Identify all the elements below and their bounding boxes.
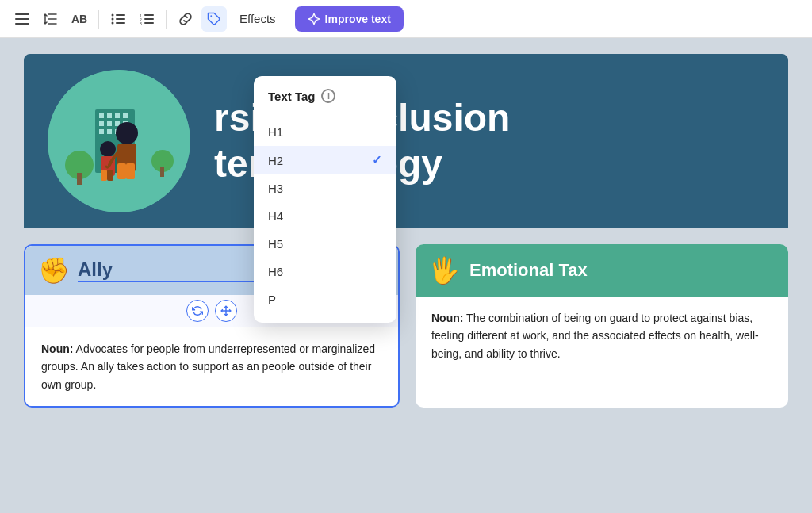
svg-rect-21 (115, 113, 120, 118)
svg-text:3.: 3. (140, 21, 143, 25)
svg-rect-43 (107, 170, 113, 181)
divider-1 (98, 10, 99, 29)
line-spacing-icon[interactable] (38, 6, 63, 32)
svg-rect-35 (160, 167, 164, 177)
slide-container: rsity & Inclusion terminiology ✊ (24, 54, 788, 497)
svg-rect-15 (144, 22, 154, 24)
effects-button[interactable]: Effects (230, 7, 285, 30)
info-icon[interactable]: i (321, 89, 335, 103)
emotional-tax-icon: 🖐 (428, 255, 460, 285)
link-icon[interactable] (173, 6, 198, 32)
svg-rect-38 (117, 163, 126, 179)
header-slide: rsity & Inclusion terminiology (24, 54, 788, 228)
svg-rect-2 (15, 23, 29, 25)
svg-rect-7 (116, 14, 125, 16)
emotional-tax-body-label: Noun: (431, 312, 463, 324)
ordered-list-icon[interactable]: 1. 2. 3. (134, 6, 159, 32)
svg-rect-0 (15, 13, 29, 15)
dropdown-item-h5[interactable]: H5 (254, 230, 396, 258)
svg-rect-14 (144, 18, 154, 20)
svg-rect-8 (116, 18, 125, 20)
dropdown-item-h1[interactable]: H1 (254, 118, 396, 146)
canvas-area: Text Tag i H1 H2 ✓ H3 H4 H5 H6 P (0, 38, 812, 513)
dropdown-item-h6[interactable]: H6 (254, 258, 396, 285)
menu-icon[interactable] (10, 6, 35, 32)
svg-rect-23 (99, 121, 104, 126)
dropdown-item-h3[interactable]: H3 (254, 174, 396, 202)
svg-rect-13 (144, 14, 154, 16)
toolbar: AB 1. 2. 3. (0, 0, 812, 38)
move-button[interactable] (215, 300, 237, 322)
emotional-tax-card-body: Noun: The combination of being on guard … (416, 297, 788, 375)
emotional-tax-card-header: 🖐 Emotional Tax (416, 244, 788, 297)
ally-card-body: Noun: Advocates for people from underrep… (25, 327, 398, 406)
refresh-button[interactable] (186, 300, 209, 322)
text-tag-icon[interactable] (201, 6, 227, 32)
svg-rect-25 (115, 121, 120, 126)
divider-2 (166, 10, 167, 29)
header-illustration (48, 70, 190, 212)
svg-rect-9 (116, 22, 125, 24)
svg-rect-42 (101, 170, 107, 181)
ally-body-text: Advocates for people from underrepresent… (41, 343, 375, 391)
svg-point-40 (100, 141, 116, 157)
svg-rect-28 (107, 129, 112, 134)
svg-point-5 (112, 17, 114, 20)
svg-text:AB: AB (71, 13, 87, 25)
unordered-list-icon[interactable] (105, 6, 131, 32)
svg-point-6 (112, 21, 114, 24)
dropdown-item-h2[interactable]: H2 ✓ (254, 146, 396, 174)
emotional-tax-title: Emotional Tax (469, 260, 588, 281)
svg-rect-27 (99, 129, 104, 134)
svg-rect-33 (77, 173, 82, 185)
svg-rect-24 (107, 121, 112, 126)
text-tag-dropdown: Text Tag i H1 H2 ✓ H3 H4 H5 H6 P (254, 76, 396, 323)
ally-body-label: Noun: (41, 343, 73, 355)
svg-rect-22 (123, 113, 128, 118)
svg-rect-39 (126, 163, 135, 179)
dropdown-title: Text Tag i (254, 86, 396, 113)
improve-text-button[interactable]: Improve text (295, 6, 404, 32)
check-icon: ✓ (372, 153, 382, 167)
dropdown-item-h4[interactable]: H4 (254, 202, 396, 230)
svg-rect-19 (99, 113, 104, 118)
ally-icon: ✊ (38, 255, 70, 285)
emotional-tax-body-text: The combination of being on guard to pro… (431, 312, 759, 360)
svg-rect-20 (107, 113, 112, 118)
font-icon[interactable]: AB (67, 6, 92, 32)
svg-point-4 (112, 13, 114, 16)
emotional-tax-card: 🖐 Emotional Tax Noun: The combination of… (416, 244, 788, 408)
dropdown-item-p[interactable]: P (254, 285, 396, 313)
svg-point-36 (116, 122, 138, 144)
svg-rect-1 (15, 18, 29, 20)
cards-row: ✊ (24, 228, 788, 408)
